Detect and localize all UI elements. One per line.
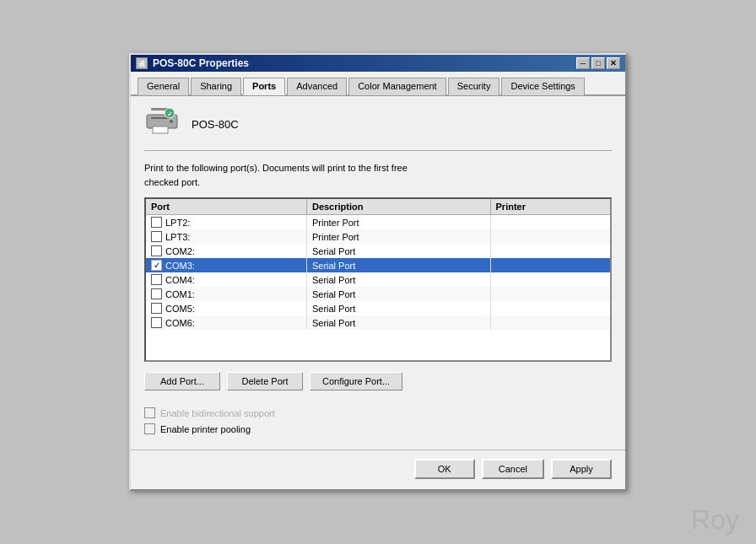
port-label: COM4: [165, 275, 195, 285]
printer-cell [490, 301, 610, 315]
bidirectional-label: Enable bidirectional support [160, 408, 275, 418]
printer-cell [490, 315, 610, 330]
port-label: COM2: [165, 246, 195, 256]
description-cell: Serial Port [306, 244, 490, 258]
tab-security[interactable]: Security [448, 78, 500, 95]
port-checkbox[interactable]: ✓ [151, 260, 162, 271]
table-row[interactable]: COM5:Serial Port [146, 301, 610, 315]
svg-point-4 [170, 120, 173, 123]
port-cell: LPT3: [146, 229, 306, 244]
window-title: POS-80C Properties [153, 57, 249, 69]
svg-text:✓: ✓ [167, 110, 173, 118]
port-cell: COM2: [146, 244, 306, 258]
tab-sharing[interactable]: Sharing [191, 78, 241, 95]
title-buttons: ─ □ ✕ [576, 57, 620, 69]
title-bar-left: 🖨 POS-80C Properties [136, 57, 249, 69]
title-bar: 🖨 POS-80C Properties ─ □ ✕ [131, 55, 625, 72]
watermark: Roy [691, 504, 739, 536]
configure-port-button[interactable]: Configure Port... [310, 372, 402, 390]
port-label: COM3: [165, 261, 195, 271]
description-cell: Printer Port [306, 215, 490, 230]
port-label: COM5: [165, 304, 195, 314]
maximize-button[interactable]: □ [591, 57, 605, 69]
table-row[interactable]: COM2:Serial Port [146, 244, 610, 258]
port-cell: ✓COM3: [146, 258, 306, 272]
printer-cell [490, 215, 610, 230]
cancel-button[interactable]: Cancel [482, 459, 544, 479]
printer-cell [490, 229, 610, 244]
col-header-printer: Printer [490, 199, 610, 215]
description-cell: Serial Port [306, 287, 490, 301]
description-cell: Serial Port [306, 301, 490, 315]
port-cell: COM6: [146, 315, 306, 330]
port-label: COM6: [165, 318, 195, 328]
port-label: LPT3: [165, 232, 190, 242]
close-button[interactable]: ✕ [607, 57, 620, 69]
add-port-button[interactable]: Add Port... [144, 372, 220, 390]
table-row[interactable]: COM1:Serial Port [146, 287, 610, 301]
printer-name: POS-80C [192, 118, 239, 131]
description-cell: Serial Port [306, 315, 490, 330]
col-header-port: Port [146, 199, 306, 215]
table-row[interactable]: COM4:Serial Port [146, 272, 610, 287]
port-checkbox[interactable] [151, 217, 162, 228]
tab-device-settings[interactable]: Device Settings [501, 78, 584, 95]
tab-general[interactable]: General [138, 78, 189, 95]
pooling-label: Enable printer pooling [160, 424, 251, 434]
table-row[interactable]: ✓COM3:Serial Port [146, 258, 610, 272]
tab-bar: General Sharing Ports Advanced Color Man… [131, 72, 625, 96]
port-checkbox[interactable] [151, 303, 162, 314]
printer-cell [490, 287, 610, 301]
tab-color-management[interactable]: Color Management [348, 78, 446, 95]
bidirectional-option: Enable bidirectional support [144, 407, 612, 418]
printer-cell [490, 272, 610, 287]
port-action-buttons: Add Port... Delete Port Configure Port..… [144, 372, 612, 390]
port-cell: COM1: [146, 287, 306, 301]
printer-cell [490, 258, 610, 272]
bidirectional-checkbox[interactable] [144, 407, 155, 418]
ok-button[interactable]: OK [414, 459, 475, 479]
port-checkbox[interactable] [151, 317, 162, 328]
port-checkbox[interactable] [151, 288, 162, 299]
tab-advanced[interactable]: Advanced [287, 78, 347, 95]
port-label: COM1: [165, 289, 195, 299]
svg-rect-3 [153, 127, 168, 133]
tab-ports[interactable]: Ports [243, 78, 285, 95]
description-cell: Serial Port [306, 272, 490, 287]
port-checkbox[interactable] [151, 245, 162, 256]
properties-window: 🖨 POS-80C Properties ─ □ ✕ General Shari… [129, 53, 627, 491]
port-cell: LPT2: [146, 215, 306, 230]
ports-table-wrapper[interactable]: Port Description Printer LPT2:Printer Po… [144, 197, 612, 362]
port-cell: COM5: [146, 301, 306, 315]
port-checkbox[interactable] [151, 274, 162, 285]
port-label: LPT2: [165, 218, 190, 228]
col-header-description: Description [306, 199, 490, 215]
dialog-footer: OK Cancel Apply [131, 450, 625, 489]
table-row[interactable]: LPT2:Printer Port [146, 215, 610, 230]
description-cell: Serial Port [306, 258, 490, 272]
ports-table: Port Description Printer LPT2:Printer Po… [146, 199, 610, 330]
table-row[interactable]: COM6:Serial Port [146, 315, 610, 330]
port-cell: COM4: [146, 272, 306, 287]
window-icon: 🖨 [136, 57, 148, 69]
pooling-checkbox[interactable] [144, 423, 155, 434]
printer-header: ✓ POS-80C [144, 106, 612, 151]
tab-content: ✓ POS-80C Print to the following port(s)… [131, 96, 625, 450]
printer-icon: ✓ [144, 106, 180, 142]
minimize-button[interactable]: ─ [576, 57, 590, 69]
description-cell: Printer Port [306, 229, 490, 244]
ports-description: Print to the following port(s). Document… [144, 161, 612, 189]
printer-cell [490, 244, 610, 258]
options-section: Enable bidirectional support Enable prin… [144, 402, 612, 434]
port-checkbox[interactable] [151, 231, 162, 242]
apply-button[interactable]: Apply [551, 459, 612, 479]
delete-port-button[interactable]: Delete Port [227, 372, 303, 390]
table-row[interactable]: LPT3:Printer Port [146, 229, 610, 244]
pooling-option: Enable printer pooling [144, 423, 612, 434]
